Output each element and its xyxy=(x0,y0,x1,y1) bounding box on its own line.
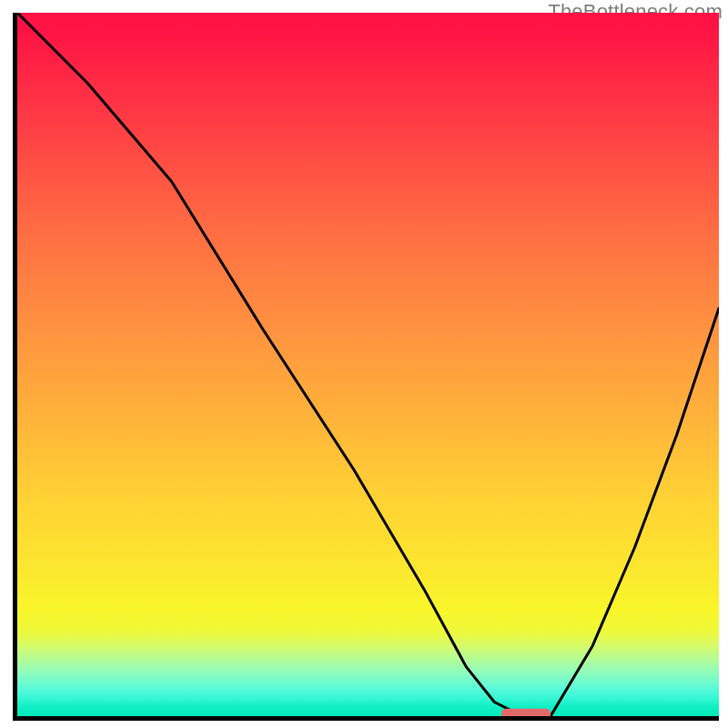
plot-area xyxy=(13,13,719,721)
chart-container: TheBottleneck.com xyxy=(0,0,728,728)
bottleneck-curve xyxy=(17,13,719,716)
optimal-marker xyxy=(501,709,551,716)
curve-layer xyxy=(17,13,719,716)
